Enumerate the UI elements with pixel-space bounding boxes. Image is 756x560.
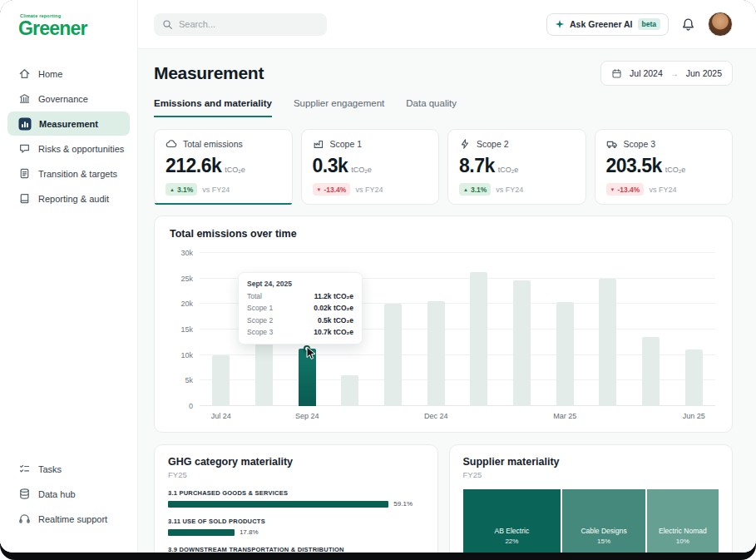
kpi-unit: tCO₂e (225, 166, 245, 174)
tooltip-date: Sept 24, 2025 (247, 280, 353, 288)
ghg-category-value: 59.1% (393, 500, 413, 508)
browser-frame: Climate reporting Greener Home Governanc… (0, 0, 756, 560)
bar-column (414, 253, 457, 406)
sidebar-item-governance[interactable]: Governance (7, 87, 130, 111)
supplier-share: 22% (505, 538, 518, 545)
brand-logo[interactable]: Climate reporting Greener (0, 13, 137, 50)
ask-ai-label: Ask Greener AI (570, 19, 632, 29)
emissions-bar-oct-24[interactable] (341, 375, 358, 406)
calendar-icon (611, 68, 622, 79)
transition-icon (18, 167, 31, 180)
bar-column (630, 253, 673, 406)
x-axis-label: Mar 25 (553, 412, 576, 420)
ghg-bar-line: 59.1% (168, 500, 424, 508)
bar-column (501, 253, 544, 406)
x-axis-label: Jul 24 (211, 412, 231, 420)
kpi-card-scope-1[interactable]: Scope 1 0.3ktCO₂e -13.4%vs FY24 (301, 129, 440, 205)
search-icon (162, 19, 173, 30)
sidebar-item-label: Reporting & audit (38, 194, 109, 204)
emissions-bar-jun-25[interactable] (685, 349, 703, 406)
sidebar-item-label: Measurement (39, 119, 98, 129)
emissions-bar-feb-25[interactable] (513, 280, 531, 406)
sidebar-item-realtime-support[interactable]: Realtime support (7, 507, 130, 531)
sidebar-item-label: Data hub (38, 489, 76, 499)
sidebar-item-risks-opportunities[interactable]: Risks & opportunities (7, 136, 130, 161)
sparkle-icon (555, 19, 565, 29)
app-window: Climate reporting Greener Home Governanc… (0, 0, 756, 553)
emissions-bar-jan-25[interactable] (470, 272, 487, 406)
avatar[interactable] (708, 12, 733, 37)
y-axis-label: 10k (170, 351, 193, 359)
x-axis-label: Dec 24 (424, 412, 448, 420)
sidebar-item-label: Realtime support (38, 514, 107, 524)
bell-icon[interactable] (681, 17, 695, 32)
tooltip-row-value: 0.02k tCO₂e (314, 304, 353, 312)
emissions-chart-card: Total emissions over time Sept 24, 2025 … (154, 216, 733, 433)
emissions-bar-aug-24[interactable] (255, 343, 273, 406)
emissions-bar-may-25[interactable] (642, 337, 660, 406)
scope2-energy-icon (459, 138, 471, 150)
ghg-category-bar[interactable] (168, 529, 235, 536)
measurement-chart-icon (18, 117, 32, 131)
tab-supplier-engagement[interactable]: Supplier engagement (294, 98, 384, 117)
tooltip-row-label: Total (247, 292, 262, 300)
bar-column (200, 253, 243, 406)
sidebar-item-reporting-audit[interactable]: Reporting & audit (7, 186, 130, 211)
emissions-bar-dec-24[interactable] (427, 301, 445, 406)
tab-data-quality[interactable]: Data quality (406, 98, 457, 117)
emissions-bar-jul-24[interactable] (212, 355, 230, 406)
ghg-category-row: 3.9 DOWNSTREAM TRANSPORTATION & DISTRIBU… (168, 546, 424, 553)
ghg-category-bar[interactable] (168, 501, 388, 508)
kpi-delta-badge: 3.1% (459, 183, 491, 196)
page-head: Measurement Jul 2024 → Jun 2025 (154, 61, 733, 86)
tab-emissions-and-materiality[interactable]: Emissions and materiality (154, 98, 272, 117)
page-title: Measurement (154, 63, 264, 83)
tasks-icon (18, 463, 31, 475)
search-box[interactable] (154, 13, 327, 36)
sidebar-item-home[interactable]: Home (7, 62, 130, 86)
ask-ai-button[interactable]: Ask Greener AI beta (546, 13, 669, 36)
mouse-cursor (306, 346, 317, 360)
ghg-category-row: 3.11 USE OF SOLD PRODUCTS17.8% (168, 518, 424, 536)
kpi-card-scope-2[interactable]: Scope 2 8.7ktCO₂e 3.1%vs FY24 (447, 129, 586, 205)
beta-badge: beta (638, 18, 660, 30)
topbar: Ask Greener AI beta (138, 0, 756, 49)
sidebar-footer-nav: Tasks Data hub Realtime support (0, 457, 137, 531)
ghg-category-value: 17.8% (240, 528, 259, 536)
emissions-bar-mar-25[interactable] (556, 302, 574, 406)
sidebar-item-data-hub[interactable]: Data hub (7, 482, 130, 506)
sidebar-item-measurement[interactable]: Measurement (7, 112, 130, 136)
ghg-category-label: 3.1 PURCHASED GOODS & SERVICES (168, 489, 424, 497)
sidebar-item-label: Home (38, 69, 62, 79)
kpi-card-scope-3[interactable]: Scope 3 203.5ktCO₂e -13.4%vs FY24 (595, 129, 734, 205)
kpi-value: 203.5k (606, 155, 662, 177)
emissions-bar-nov-24[interactable] (384, 304, 402, 406)
kpi-unit: tCO₂e (665, 166, 686, 174)
sidebar-item-label: Tasks (38, 464, 62, 474)
kpi-delta-badge: -13.4% (606, 183, 645, 196)
tooltip-row-value: 10.7k tCO₂e (314, 328, 353, 336)
supplier-share: 10% (676, 538, 689, 545)
chart-subtitle: FY25 (168, 470, 424, 479)
sidebar-item-tasks[interactable]: Tasks (7, 457, 130, 481)
supplier-materiality-card: Supplier materiality FY25 AB Electric22%… (449, 444, 734, 553)
kpi-compare: vs FY24 (496, 186, 523, 194)
emissions-bar-apr-25[interactable] (599, 279, 616, 406)
kpi-label: Scope 1 (330, 139, 363, 149)
sidebar-item-label: Transition & targets (38, 169, 117, 179)
sidebar-nav: Home Governance Measurement Risks & oppo… (0, 62, 137, 211)
kpi-card-total-emissions[interactable]: Total emissions 212.6ktCO₂e 3.1%vs FY24 (154, 129, 293, 205)
sidebar-item-transition-targets[interactable]: Transition & targets (7, 161, 130, 186)
kpi-label: Total emissions (183, 139, 243, 149)
brand-wordmark: Greener (18, 18, 119, 38)
date-range-picker[interactable]: Jul 2024 → Jun 2025 (600, 61, 733, 86)
treemap-block-electric-nomad[interactable]: Electric Nomad10% (647, 489, 719, 553)
tooltip-row-value: 0.5k tCO₂e (318, 316, 353, 325)
chart-title: Supplier materiality (463, 456, 719, 468)
treemap-block-ab-electric[interactable]: AB Electric22% (463, 489, 561, 553)
treemap-block-cable-designs[interactable]: Cable Designs15% (562, 489, 645, 553)
ghg-category-label: 3.11 USE OF SOLD PRODUCTS (168, 518, 424, 525)
page-content: Measurement Jul 2024 → Jun 2025 Emission… (138, 49, 756, 553)
search-input[interactable] (179, 19, 319, 29)
chart-title: Total emissions over time (170, 228, 717, 240)
